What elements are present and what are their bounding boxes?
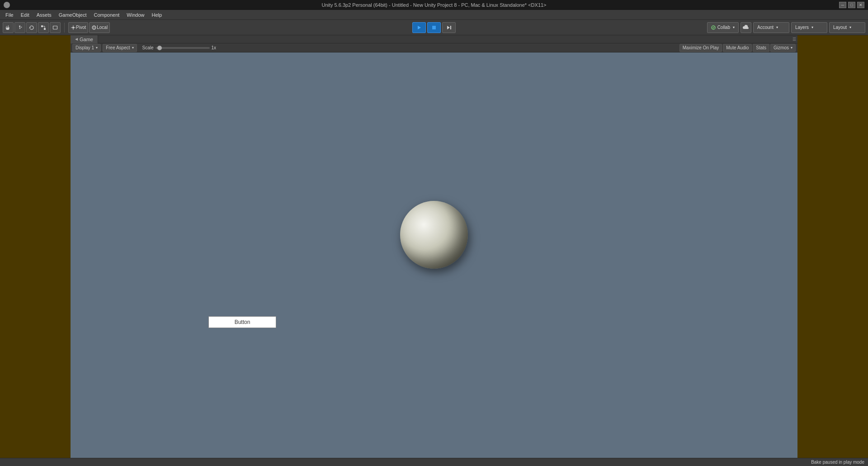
game-tab-label: Game [80,37,93,42]
mute-audio-button[interactable]: Mute Audio [723,44,752,52]
account-label: Account [757,25,774,30]
scale-value: 1x [212,45,217,50]
svg-rect-4 [53,26,57,29]
layers-label: Layers [795,25,809,30]
menu-component[interactable]: Component [90,11,123,19]
game-ui-button[interactable]: Button [208,316,276,328]
play-button[interactable] [412,22,426,33]
menu-help[interactable]: Help [148,11,165,19]
collab-icon [711,25,716,30]
scale-icon [41,25,46,30]
play-controls [412,22,456,33]
cloud-icon [743,25,749,30]
collab-arrow: ▾ [733,25,735,29]
pivot-group: Pivot Local [68,22,110,33]
game-tabs: ◀ Game ☰ [71,35,797,43]
move-icon [17,25,23,30]
mute-audio-label: Mute Audio [726,45,749,50]
bake-status-message: Bake paused in play mode [811,460,864,465]
scale-label: Scale [142,45,154,50]
layout-button[interactable]: Layout ▾ [829,22,865,33]
menu-file[interactable]: File [2,11,17,19]
hand-icon [5,25,11,30]
aspect-label: Free Aspect [106,45,130,50]
gizmos-label: Gizmos [774,45,789,50]
svg-rect-14 [450,26,451,29]
move-tool-button[interactable] [14,22,25,33]
svg-rect-1 [44,28,46,30]
svg-rect-0 [41,25,43,27]
svg-marker-13 [447,26,450,29]
minimize-button[interactable]: ─ [839,2,846,8]
title-text: Unity 5.6.3p2 Personal (64bit) - Untitle… [321,2,546,8]
svg-rect-11 [433,26,434,29]
pause-button[interactable] [427,22,441,33]
game-tab[interactable]: ◀ Game [71,35,98,43]
local-button[interactable]: Local [89,22,110,33]
menu-gameobject[interactable]: GameObject [55,11,90,19]
layout-arrow: ▾ [849,25,851,29]
rect-icon [52,25,58,30]
left-panel [0,35,71,458]
layers-arrow: ▾ [811,25,813,29]
status-bar: Bake paused in play mode [0,458,868,466]
layers-button[interactable]: Layers ▾ [791,22,827,33]
step-button[interactable] [442,22,456,33]
scale-tool-button[interactable] [38,22,49,33]
account-arrow: ▾ [776,25,778,29]
local-icon [91,25,97,30]
close-button[interactable]: ✕ [857,2,864,8]
pause-icon [431,25,437,30]
rotate-icon [29,25,34,30]
scale-slider[interactable] [156,47,210,49]
cloud-button[interactable] [741,22,751,33]
window-controls: ─ □ ✕ [839,2,864,8]
account-button[interactable]: Account ▾ [753,22,789,33]
right-toolbar: Collab ▾ Account ▾ Layers ▾ Layout ▾ [707,22,865,33]
gizmos-arrow: ▾ [791,46,793,50]
collab-button[interactable]: Collab ▾ [707,22,739,33]
title-bar: Unity 5.6.3p2 Personal (64bit) - Untitle… [0,0,868,10]
rotate-tool-button[interactable] [26,22,37,33]
pivot-icon [71,25,76,30]
svg-point-9 [93,26,95,29]
scale-thumb [157,46,162,50]
step-icon [446,25,452,30]
collab-label: Collab [717,25,730,30]
menu-window[interactable]: Window [123,11,148,19]
aspect-arrow: ▾ [132,46,134,50]
svg-point-8 [92,26,96,29]
right-panel [797,35,868,458]
layout-label: Layout [833,25,847,30]
pivot-button[interactable]: Pivot [68,22,88,33]
game-tab-arrow: ◀ [75,37,78,41]
menu-assets[interactable]: Assets [33,11,55,19]
game-ui-button-label: Button [235,319,250,325]
gizmos-button[interactable]: Gizmos ▾ [770,44,796,52]
maximize-on-play-button[interactable]: Maximize On Play [679,44,722,52]
stats-label: Stats [756,45,766,50]
aspect-button[interactable]: Free Aspect ▾ [103,44,137,52]
pivot-label: Pivot [76,25,86,30]
svg-rect-12 [434,26,436,29]
maximize-button[interactable]: □ [848,2,855,8]
app-icon [4,2,10,8]
stats-button[interactable]: Stats [753,44,769,52]
sphere-object [400,201,468,269]
rect-tool-button[interactable] [50,22,61,33]
svg-marker-10 [418,26,421,29]
game-toolbar: Display 1 ▾ Free Aspect ▾ Scale 1x Maxim… [71,43,797,52]
scale-container: Scale 1x [142,45,217,50]
separator-1 [64,23,65,33]
display-button[interactable]: Display 1 ▾ [72,44,101,52]
hand-tool-button[interactable] [3,22,14,33]
maximize-on-play-label: Maximize On Play [683,45,719,50]
tab-overflow-button[interactable]: ☰ [791,35,797,43]
menu-bar: File Edit Assets GameObject Component Wi… [0,10,868,20]
display-arrow: ▾ [96,46,98,50]
game-right-buttons: Maximize On Play Mute Audio Stats Gizmos… [679,44,796,52]
menu-edit[interactable]: Edit [17,11,33,19]
sphere-mesh [400,201,468,269]
game-viewport: Button [71,52,797,458]
main-layout: ◀ Game ☰ Display 1 ▾ Free Aspect ▾ Scale… [0,35,868,458]
